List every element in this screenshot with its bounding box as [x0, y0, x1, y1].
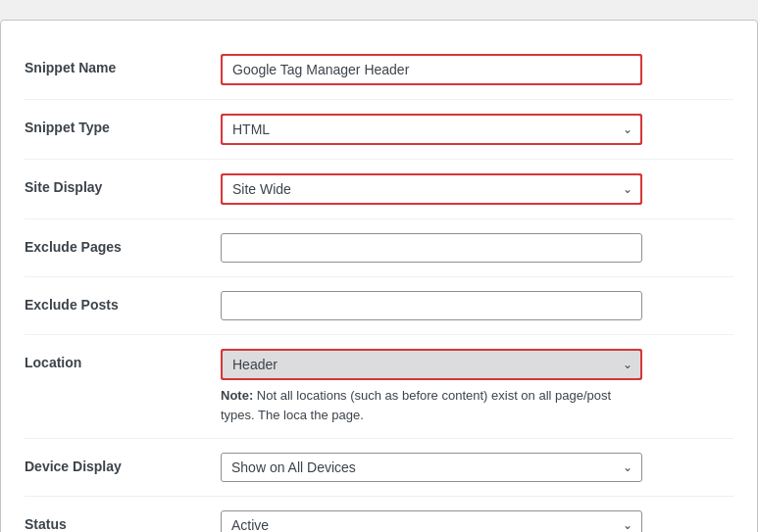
status-row: Status Active Inactive ⌄ — [25, 497, 733, 532]
exclude-posts-input[interactable] — [221, 291, 642, 320]
snippet-type-row: Snippet Type HTML JavaScript CSS ⌄ — [25, 100, 733, 160]
device-display-field: Show on All Devices Mobile Only Desktop … — [221, 453, 733, 482]
snippet-name-input[interactable] — [221, 54, 642, 85]
site-display-select[interactable]: Site Wide Entire Site Front Page Only — [221, 173, 642, 205]
exclude-pages-input[interactable] — [221, 233, 642, 263]
location-note-text: Not all locations (such as before conten… — [221, 388, 611, 422]
status-label: Status — [25, 510, 221, 532]
exclude-posts-field — [221, 291, 733, 320]
location-note: Note: Not all locations (such as before … — [221, 386, 642, 424]
location-select[interactable]: Header Footer Before Content — [221, 349, 642, 380]
site-display-select-wrapper: Site Wide Entire Site Front Page Only ⌄ — [221, 173, 642, 205]
device-display-label: Device Display — [25, 453, 221, 474]
exclude-posts-label: Exclude Posts — [25, 291, 221, 313]
exclude-pages-field — [221, 233, 733, 263]
exclude-pages-row: Exclude Pages — [25, 219, 733, 277]
location-field: Header Footer Before Content ⌄ Note: Not… — [221, 349, 733, 424]
status-select-wrapper: Active Inactive ⌄ — [221, 510, 642, 532]
device-display-select-wrapper: Show on All Devices Mobile Only Desktop … — [221, 453, 642, 482]
snippet-type-label: Snippet Type — [25, 114, 221, 135]
snippet-name-row: Snippet Name — [25, 40, 733, 100]
snippet-type-field: HTML JavaScript CSS ⌄ — [221, 114, 733, 145]
site-display-label: Site Display — [25, 173, 221, 195]
status-field: Active Inactive ⌄ — [221, 510, 733, 532]
snippet-name-label: Snippet Name — [25, 54, 221, 75]
site-display-field: Site Wide Entire Site Front Page Only ⌄ — [221, 173, 733, 205]
site-display-row: Site Display Site Wide Entire Site Front… — [25, 160, 733, 219]
exclude-posts-row: Exclude Posts — [25, 277, 733, 335]
snippet-type-select-wrapper: HTML JavaScript CSS ⌄ — [221, 114, 642, 145]
location-note-bold: Note: — [221, 388, 253, 403]
status-select[interactable]: Active Inactive — [221, 510, 642, 532]
location-row: Location Header Footer Before Content ⌄ … — [25, 335, 733, 439]
location-select-wrapper: Header Footer Before Content ⌄ — [221, 349, 642, 380]
snippet-type-select[interactable]: HTML JavaScript CSS — [221, 114, 642, 145]
exclude-pages-label: Exclude Pages — [25, 233, 221, 255]
device-display-row: Device Display Show on All Devices Mobil… — [25, 439, 733, 497]
form-container: Snippet Name Snippet Type HTML JavaScrip… — [0, 20, 758, 532]
location-label: Location — [25, 349, 221, 370]
snippet-name-field — [221, 54, 733, 85]
device-display-select[interactable]: Show on All Devices Mobile Only Desktop … — [221, 453, 642, 482]
